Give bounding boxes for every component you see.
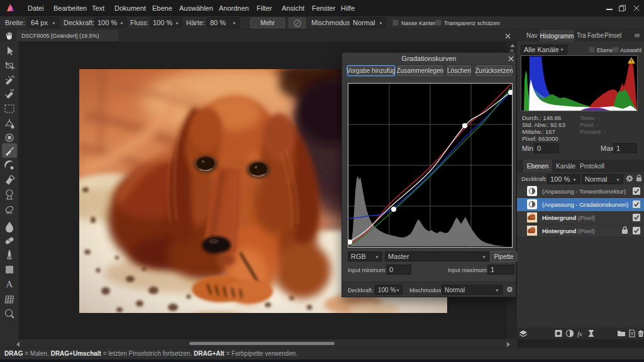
svg-text:A: A [6,279,13,289]
svg-text:fx: fx [577,330,582,337]
